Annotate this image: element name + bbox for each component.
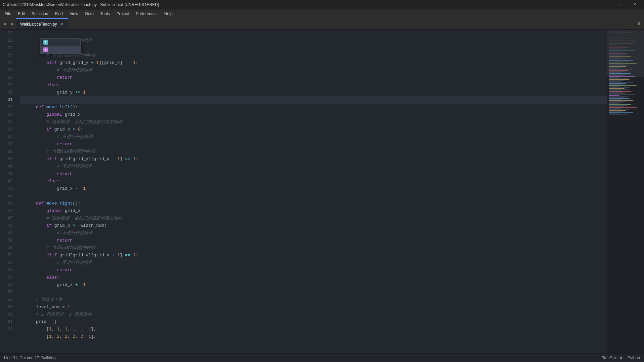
- line-num-22: 22: [0, 30, 15, 37]
- menu-project[interactable]: Project: [113, 9, 132, 18]
- ac-item-1[interactable]: f: [41, 39, 80, 46]
- line-num-34: 34: [0, 118, 15, 126]
- code-line-53: return: [20, 259, 607, 266]
- line-num-27: 27: [0, 67, 15, 74]
- status-left: Line 31, Column 17: Building: [4, 356, 55, 360]
- code-line-57: # 设置关卡数: [20, 289, 607, 296]
- maximize-button[interactable]: □: [613, 0, 627, 9]
- code-line-42: grid_x -= 1: [20, 178, 607, 185]
- title-text: C:\Users\27316\Desktop\Game\WalkLatticeT…: [3, 2, 159, 7]
- code-line-33: # 边缘检测 当我们的值超出最左端时: [20, 111, 607, 118]
- line-num-49: 49: [0, 229, 15, 237]
- code-line-62: [1, 2, 2, 2, 2, 1],: [20, 326, 607, 333]
- menu-bar: File Edit Selection Find View Goto Tools…: [0, 9, 644, 18]
- line-num-57: 57: [0, 289, 15, 296]
- line-num-46: 46: [0, 207, 15, 215]
- code-line-37: # 当我们碰到墙壁的时候: [20, 141, 607, 148]
- ac-label-1: [50, 39, 52, 46]
- tab-nav-left[interactable]: ◀: [0, 18, 9, 29]
- code-line-35: # 不进行任何操作: [20, 126, 607, 133]
- menu-view[interactable]: View: [66, 9, 82, 18]
- line-num-50: 50: [0, 237, 15, 244]
- code-line-59: # 1 代表墙壁 2 代表冰块: [20, 303, 607, 311]
- line-num-45: 45: [0, 200, 15, 207]
- line-num-54: 54: [0, 266, 15, 274]
- line-num-60: 60: [0, 311, 15, 318]
- line-num-58: 58: [0, 296, 15, 303]
- code-area[interactable]: f m # 不进行任何操作 return # 当我们碰到墙壁的时候 elif g…: [17, 30, 607, 353]
- minimize-button[interactable]: ─: [598, 0, 612, 9]
- code-line-27: return: [20, 67, 607, 74]
- ac-icon-method: m: [43, 47, 48, 52]
- code-line-61: [1, 1, 1, 1, 1, 1],: [20, 318, 607, 326]
- ac-label-2: [50, 46, 52, 53]
- code-line-23: return: [20, 37, 607, 44]
- code-line-60: grid = [: [20, 311, 607, 318]
- code-line-38: elif grid[grid_y][grid_x - 1] == 1:: [20, 148, 607, 155]
- line-num-31: 31: [0, 96, 15, 104]
- close-button[interactable]: ✕: [628, 0, 641, 9]
- menu-selection[interactable]: Selection: [28, 9, 51, 18]
- line-num-43: 43: [0, 185, 15, 192]
- line-num-29: 29: [0, 81, 15, 89]
- ac-icon-field: f: [43, 40, 48, 45]
- line-num-35: 35: [0, 126, 15, 133]
- code-line-51: elif grid[grid_y][grid_x + 1] == 1:: [20, 244, 607, 252]
- line-num-40: 40: [0, 163, 15, 170]
- minimap-content: [607, 30, 644, 353]
- tab-close-button[interactable]: ✕: [60, 22, 64, 27]
- code-line-44: def move_right():: [20, 192, 607, 200]
- line-num-38: 38: [0, 148, 15, 155]
- line-num-41: 41: [0, 170, 15, 178]
- menu-preferences[interactable]: Preferences: [132, 9, 161, 18]
- status-position: Line 31, Column 17: Building: [4, 356, 55, 360]
- menu-file[interactable]: File: [1, 9, 14, 18]
- code-line-54: else:: [20, 266, 607, 274]
- code-line-25: elif grid[grid_y + 1][grid_x] == 1:: [20, 52, 607, 59]
- code-line-41: else:: [20, 170, 607, 178]
- tab-nav-right[interactable]: ▶: [9, 18, 16, 29]
- tab-walklattice[interactable]: WalkLatticeTeach.py ✕: [16, 18, 68, 29]
- code-line-50: # 当我们碰到墙壁的时候: [20, 237, 607, 244]
- status-right: Tab Size: 4 Python: [602, 356, 640, 360]
- line-num-42: 42: [0, 178, 15, 185]
- code-line-56: [20, 281, 607, 289]
- line-num-55: 55: [0, 274, 15, 281]
- line-num-51: 51: [0, 244, 15, 252]
- line-num-33: 33: [0, 111, 15, 118]
- tab-label: WalkLatticeTeach.py: [20, 22, 57, 27]
- line-num-26: 26: [0, 59, 15, 67]
- menu-help[interactable]: Help: [161, 9, 176, 18]
- code-line-55: grid_x += 1: [20, 274, 607, 281]
- menu-edit[interactable]: Edit: [14, 9, 28, 18]
- line-num-36: 36: [0, 133, 15, 141]
- line-num-48: 48: [0, 222, 15, 229]
- code-line-24: # 当我们碰到墙壁的时候: [20, 44, 607, 52]
- line-num-53: 53: [0, 259, 15, 266]
- status-bar: Line 31, Column 17: Building Tab Size: 4…: [0, 353, 644, 362]
- line-num-44: 44: [0, 192, 15, 200]
- status-tab-size[interactable]: Tab Size: 4: [602, 356, 622, 360]
- code-line-46: # 边缘检测 当我们的值超出最右端时: [20, 207, 607, 215]
- code-line-32: global grid_x: [20, 104, 607, 111]
- line-num-39: 39: [0, 155, 15, 163]
- tab-bar: ◀ ▶ WalkLatticeTeach.py ✕ ≡: [0, 18, 644, 30]
- code-line-29: grid_y += 1: [20, 81, 607, 89]
- ac-item-2[interactable]: m: [41, 46, 80, 53]
- menu-find[interactable]: Find: [51, 9, 66, 18]
- autocomplete-popup[interactable]: f m: [40, 38, 81, 54]
- menu-tools[interactable]: Tools: [97, 9, 113, 18]
- line-num-25: 25: [0, 52, 15, 59]
- line-num-52: 52: [0, 252, 15, 259]
- code-line-49: return: [20, 229, 607, 237]
- code-line-58: level_num = 1: [20, 296, 607, 303]
- line-num-30: 30: [0, 89, 15, 96]
- status-language[interactable]: Python: [628, 356, 640, 360]
- minimap-toggle[interactable]: ≡: [634, 18, 644, 29]
- title-bar: C:\Users\27316\Desktop\Game\WalkLatticeT…: [0, 0, 644, 9]
- code-line-22: # 不进行任何操作: [20, 30, 607, 37]
- menu-goto[interactable]: Goto: [82, 9, 97, 18]
- code-line-43: [20, 185, 607, 192]
- line-num-24: 24: [0, 44, 15, 52]
- line-num-32: 32: [0, 104, 15, 111]
